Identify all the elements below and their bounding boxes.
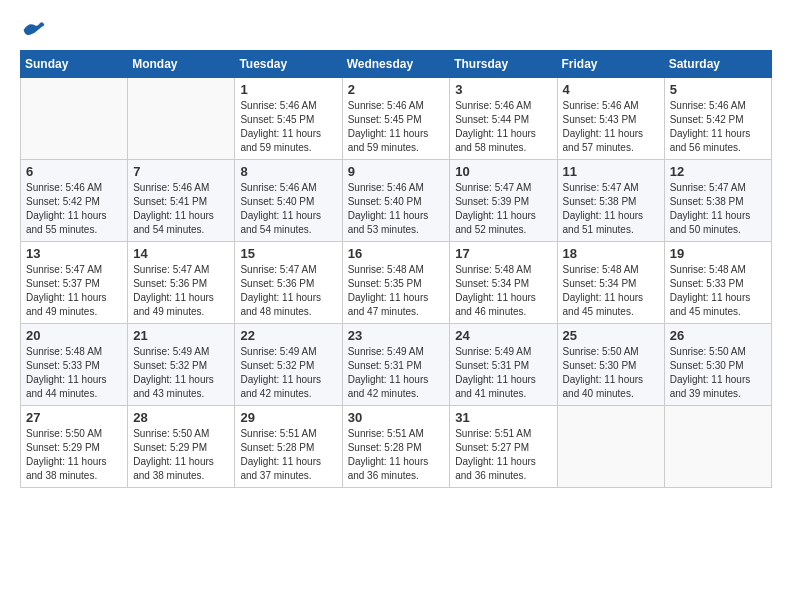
day-number: 31: [455, 410, 551, 425]
day-number: 25: [563, 328, 659, 343]
day-info: Sunrise: 5:49 AM Sunset: 5:32 PM Dayligh…: [240, 345, 336, 401]
calendar-cell: 12Sunrise: 5:47 AM Sunset: 5:38 PM Dayli…: [664, 160, 771, 242]
day-number: 7: [133, 164, 229, 179]
calendar-cell: 13Sunrise: 5:47 AM Sunset: 5:37 PM Dayli…: [21, 242, 128, 324]
logo: [20, 20, 46, 40]
calendar-cell: 27Sunrise: 5:50 AM Sunset: 5:29 PM Dayli…: [21, 406, 128, 488]
calendar-week-5: 27Sunrise: 5:50 AM Sunset: 5:29 PM Dayli…: [21, 406, 772, 488]
day-info: Sunrise: 5:50 AM Sunset: 5:29 PM Dayligh…: [26, 427, 122, 483]
day-number: 9: [348, 164, 445, 179]
calendar-cell: 3Sunrise: 5:46 AM Sunset: 5:44 PM Daylig…: [450, 78, 557, 160]
calendar-cell: [557, 406, 664, 488]
day-info: Sunrise: 5:46 AM Sunset: 5:42 PM Dayligh…: [670, 99, 766, 155]
day-number: 8: [240, 164, 336, 179]
day-info: Sunrise: 5:51 AM Sunset: 5:28 PM Dayligh…: [240, 427, 336, 483]
calendar-cell: 10Sunrise: 5:47 AM Sunset: 5:39 PM Dayli…: [450, 160, 557, 242]
day-number: 29: [240, 410, 336, 425]
day-number: 19: [670, 246, 766, 261]
calendar-cell: [21, 78, 128, 160]
calendar-cell: 17Sunrise: 5:48 AM Sunset: 5:34 PM Dayli…: [450, 242, 557, 324]
calendar-cell: 7Sunrise: 5:46 AM Sunset: 5:41 PM Daylig…: [128, 160, 235, 242]
day-info: Sunrise: 5:47 AM Sunset: 5:36 PM Dayligh…: [133, 263, 229, 319]
day-number: 15: [240, 246, 336, 261]
day-header-wednesday: Wednesday: [342, 51, 450, 78]
calendar-week-2: 6Sunrise: 5:46 AM Sunset: 5:42 PM Daylig…: [21, 160, 772, 242]
day-info: Sunrise: 5:49 AM Sunset: 5:31 PM Dayligh…: [455, 345, 551, 401]
calendar-cell: 16Sunrise: 5:48 AM Sunset: 5:35 PM Dayli…: [342, 242, 450, 324]
calendar-cell: 14Sunrise: 5:47 AM Sunset: 5:36 PM Dayli…: [128, 242, 235, 324]
calendar-week-4: 20Sunrise: 5:48 AM Sunset: 5:33 PM Dayli…: [21, 324, 772, 406]
day-number: 2: [348, 82, 445, 97]
day-info: Sunrise: 5:46 AM Sunset: 5:45 PM Dayligh…: [348, 99, 445, 155]
day-info: Sunrise: 5:46 AM Sunset: 5:40 PM Dayligh…: [348, 181, 445, 237]
day-number: 21: [133, 328, 229, 343]
calendar-cell: 8Sunrise: 5:46 AM Sunset: 5:40 PM Daylig…: [235, 160, 342, 242]
calendar-cell: 18Sunrise: 5:48 AM Sunset: 5:34 PM Dayli…: [557, 242, 664, 324]
calendar-table: SundayMondayTuesdayWednesdayThursdayFrid…: [20, 50, 772, 488]
day-number: 17: [455, 246, 551, 261]
calendar-cell: 22Sunrise: 5:49 AM Sunset: 5:32 PM Dayli…: [235, 324, 342, 406]
day-info: Sunrise: 5:48 AM Sunset: 5:33 PM Dayligh…: [26, 345, 122, 401]
day-number: 4: [563, 82, 659, 97]
calendar-cell: 30Sunrise: 5:51 AM Sunset: 5:28 PM Dayli…: [342, 406, 450, 488]
calendar-cell: 23Sunrise: 5:49 AM Sunset: 5:31 PM Dayli…: [342, 324, 450, 406]
day-info: Sunrise: 5:50 AM Sunset: 5:30 PM Dayligh…: [563, 345, 659, 401]
day-header-monday: Monday: [128, 51, 235, 78]
day-info: Sunrise: 5:47 AM Sunset: 5:38 PM Dayligh…: [670, 181, 766, 237]
day-number: 1: [240, 82, 336, 97]
day-header-thursday: Thursday: [450, 51, 557, 78]
day-number: 22: [240, 328, 336, 343]
day-info: Sunrise: 5:50 AM Sunset: 5:29 PM Dayligh…: [133, 427, 229, 483]
calendar-cell: 11Sunrise: 5:47 AM Sunset: 5:38 PM Dayli…: [557, 160, 664, 242]
day-info: Sunrise: 5:48 AM Sunset: 5:34 PM Dayligh…: [563, 263, 659, 319]
calendar-cell: 5Sunrise: 5:46 AM Sunset: 5:42 PM Daylig…: [664, 78, 771, 160]
day-number: 11: [563, 164, 659, 179]
day-number: 20: [26, 328, 122, 343]
calendar-cell: 4Sunrise: 5:46 AM Sunset: 5:43 PM Daylig…: [557, 78, 664, 160]
day-info: Sunrise: 5:47 AM Sunset: 5:37 PM Dayligh…: [26, 263, 122, 319]
calendar-cell: 2Sunrise: 5:46 AM Sunset: 5:45 PM Daylig…: [342, 78, 450, 160]
logo-bird-icon: [22, 20, 46, 40]
day-number: 27: [26, 410, 122, 425]
day-number: 30: [348, 410, 445, 425]
calendar-header-row: SundayMondayTuesdayWednesdayThursdayFrid…: [21, 51, 772, 78]
calendar-cell: 9Sunrise: 5:46 AM Sunset: 5:40 PM Daylig…: [342, 160, 450, 242]
day-info: Sunrise: 5:49 AM Sunset: 5:31 PM Dayligh…: [348, 345, 445, 401]
day-number: 24: [455, 328, 551, 343]
day-number: 12: [670, 164, 766, 179]
day-info: Sunrise: 5:51 AM Sunset: 5:28 PM Dayligh…: [348, 427, 445, 483]
day-info: Sunrise: 5:48 AM Sunset: 5:35 PM Dayligh…: [348, 263, 445, 319]
day-info: Sunrise: 5:48 AM Sunset: 5:33 PM Dayligh…: [670, 263, 766, 319]
day-info: Sunrise: 5:46 AM Sunset: 5:43 PM Dayligh…: [563, 99, 659, 155]
day-info: Sunrise: 5:47 AM Sunset: 5:39 PM Dayligh…: [455, 181, 551, 237]
day-header-sunday: Sunday: [21, 51, 128, 78]
calendar-week-1: 1Sunrise: 5:46 AM Sunset: 5:45 PM Daylig…: [21, 78, 772, 160]
calendar-cell: [664, 406, 771, 488]
calendar-week-3: 13Sunrise: 5:47 AM Sunset: 5:37 PM Dayli…: [21, 242, 772, 324]
day-info: Sunrise: 5:47 AM Sunset: 5:38 PM Dayligh…: [563, 181, 659, 237]
day-info: Sunrise: 5:51 AM Sunset: 5:27 PM Dayligh…: [455, 427, 551, 483]
day-number: 23: [348, 328, 445, 343]
day-header-saturday: Saturday: [664, 51, 771, 78]
calendar-cell: 15Sunrise: 5:47 AM Sunset: 5:36 PM Dayli…: [235, 242, 342, 324]
calendar-cell: [128, 78, 235, 160]
day-info: Sunrise: 5:46 AM Sunset: 5:41 PM Dayligh…: [133, 181, 229, 237]
calendar-cell: 1Sunrise: 5:46 AM Sunset: 5:45 PM Daylig…: [235, 78, 342, 160]
day-info: Sunrise: 5:46 AM Sunset: 5:44 PM Dayligh…: [455, 99, 551, 155]
calendar-cell: 20Sunrise: 5:48 AM Sunset: 5:33 PM Dayli…: [21, 324, 128, 406]
calendar-cell: 25Sunrise: 5:50 AM Sunset: 5:30 PM Dayli…: [557, 324, 664, 406]
calendar-cell: 26Sunrise: 5:50 AM Sunset: 5:30 PM Dayli…: [664, 324, 771, 406]
day-number: 14: [133, 246, 229, 261]
day-number: 16: [348, 246, 445, 261]
day-info: Sunrise: 5:46 AM Sunset: 5:40 PM Dayligh…: [240, 181, 336, 237]
day-info: Sunrise: 5:47 AM Sunset: 5:36 PM Dayligh…: [240, 263, 336, 319]
calendar-cell: 6Sunrise: 5:46 AM Sunset: 5:42 PM Daylig…: [21, 160, 128, 242]
calendar-cell: 24Sunrise: 5:49 AM Sunset: 5:31 PM Dayli…: [450, 324, 557, 406]
day-info: Sunrise: 5:49 AM Sunset: 5:32 PM Dayligh…: [133, 345, 229, 401]
calendar-cell: 21Sunrise: 5:49 AM Sunset: 5:32 PM Dayli…: [128, 324, 235, 406]
day-header-friday: Friday: [557, 51, 664, 78]
page-header: [20, 20, 772, 40]
day-info: Sunrise: 5:50 AM Sunset: 5:30 PM Dayligh…: [670, 345, 766, 401]
day-number: 5: [670, 82, 766, 97]
day-header-tuesday: Tuesday: [235, 51, 342, 78]
